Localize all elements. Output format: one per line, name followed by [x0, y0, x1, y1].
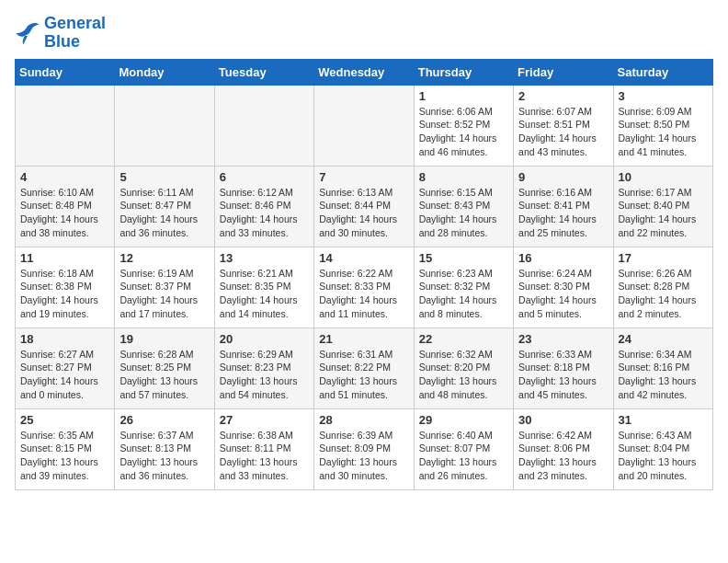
calendar-cell: 15Sunrise: 6:23 AM Sunset: 8:32 PM Dayli…: [414, 247, 513, 327]
calendar-cell: 2Sunrise: 6:07 AM Sunset: 8:51 PM Daylig…: [514, 85, 613, 166]
page-header: General Blue: [15, 15, 713, 52]
calendar-cell: 20Sunrise: 6:29 AM Sunset: 8:23 PM Dayli…: [214, 327, 313, 408]
calendar-cell: 6Sunrise: 6:12 AM Sunset: 8:46 PM Daylig…: [214, 166, 313, 247]
calendar-cell: 18Sunrise: 6:27 AM Sunset: 8:27 PM Dayli…: [16, 327, 115, 408]
calendar-table: SundayMondayTuesdayWednesdayThursdayFrid…: [15, 59, 713, 490]
day-info: Sunrise: 6:27 AM Sunset: 8:27 PM Dayligh…: [20, 348, 109, 402]
day-number: 15: [419, 251, 508, 265]
day-info: Sunrise: 6:28 AM Sunset: 8:25 PM Dayligh…: [119, 348, 209, 402]
calendar-cell: 27Sunrise: 6:38 AM Sunset: 8:11 PM Dayli…: [214, 408, 313, 489]
calendar-cell: 9Sunrise: 6:16 AM Sunset: 8:41 PM Daylig…: [514, 166, 613, 247]
header-saturday: Saturday: [613, 59, 712, 85]
day-info: Sunrise: 6:35 AM Sunset: 8:15 PM Dayligh…: [20, 429, 109, 483]
day-info: Sunrise: 6:16 AM Sunset: 8:41 PM Dayligh…: [518, 186, 608, 240]
day-number: 5: [119, 170, 209, 184]
logo: General Blue: [15, 15, 106, 52]
calendar-cell: 4Sunrise: 6:10 AM Sunset: 8:48 PM Daylig…: [16, 166, 115, 247]
day-info: Sunrise: 6:13 AM Sunset: 8:44 PM Dayligh…: [319, 186, 408, 240]
day-number: 8: [419, 170, 508, 184]
day-info: Sunrise: 6:09 AM Sunset: 8:50 PM Dayligh…: [619, 105, 708, 159]
day-number: 3: [619, 89, 708, 103]
calendar-cell: 5Sunrise: 6:11 AM Sunset: 8:47 PM Daylig…: [115, 166, 214, 247]
day-number: 26: [119, 413, 209, 427]
header-friday: Friday: [514, 59, 613, 85]
calendar-cell: 13Sunrise: 6:21 AM Sunset: 8:35 PM Dayli…: [214, 247, 313, 327]
day-number: 28: [319, 413, 408, 427]
calendar-week-row: 18Sunrise: 6:27 AM Sunset: 8:27 PM Dayli…: [16, 327, 713, 408]
calendar-cell: 10Sunrise: 6:17 AM Sunset: 8:40 PM Dayli…: [613, 166, 712, 247]
day-number: 1: [419, 89, 508, 103]
day-number: 25: [20, 413, 109, 427]
calendar-cell: 21Sunrise: 6:31 AM Sunset: 8:22 PM Dayli…: [314, 327, 414, 408]
calendar-cell: 3Sunrise: 6:09 AM Sunset: 8:50 PM Daylig…: [613, 85, 712, 166]
day-info: Sunrise: 6:23 AM Sunset: 8:32 PM Dayligh…: [419, 267, 508, 321]
day-info: Sunrise: 6:38 AM Sunset: 8:11 PM Dayligh…: [220, 429, 309, 483]
day-info: Sunrise: 6:22 AM Sunset: 8:33 PM Dayligh…: [319, 267, 408, 321]
day-info: Sunrise: 6:21 AM Sunset: 8:35 PM Dayligh…: [220, 267, 309, 321]
calendar-cell: 1Sunrise: 6:06 AM Sunset: 8:52 PM Daylig…: [414, 85, 513, 166]
header-tuesday: Tuesday: [214, 59, 313, 85]
day-info: Sunrise: 6:29 AM Sunset: 8:23 PM Dayligh…: [220, 348, 309, 402]
day-number: 6: [220, 170, 309, 184]
day-number: 29: [419, 413, 508, 427]
day-number: 13: [220, 251, 309, 265]
calendar-cell: 8Sunrise: 6:15 AM Sunset: 8:43 PM Daylig…: [414, 166, 513, 247]
day-info: Sunrise: 6:10 AM Sunset: 8:48 PM Dayligh…: [20, 186, 109, 240]
day-number: 17: [619, 251, 708, 265]
day-number: 23: [518, 332, 608, 346]
calendar-week-row: 4Sunrise: 6:10 AM Sunset: 8:48 PM Daylig…: [16, 166, 713, 247]
calendar-cell: 19Sunrise: 6:28 AM Sunset: 8:25 PM Dayli…: [115, 327, 214, 408]
day-info: Sunrise: 6:11 AM Sunset: 8:47 PM Dayligh…: [119, 186, 209, 240]
day-number: 14: [319, 251, 408, 265]
day-number: 7: [319, 170, 408, 184]
day-number: 18: [20, 332, 109, 346]
day-info: Sunrise: 6:32 AM Sunset: 8:20 PM Dayligh…: [419, 348, 508, 402]
calendar-week-row: 11Sunrise: 6:18 AM Sunset: 8:38 PM Dayli…: [16, 247, 713, 327]
calendar-cell: [314, 85, 414, 166]
calendar-cell: 14Sunrise: 6:22 AM Sunset: 8:33 PM Dayli…: [314, 247, 414, 327]
calendar-cell: 23Sunrise: 6:33 AM Sunset: 8:18 PM Dayli…: [514, 327, 613, 408]
day-info: Sunrise: 6:19 AM Sunset: 8:37 PM Dayligh…: [119, 267, 209, 321]
day-info: Sunrise: 6:18 AM Sunset: 8:38 PM Dayligh…: [20, 267, 109, 321]
day-number: 27: [220, 413, 309, 427]
day-info: Sunrise: 6:17 AM Sunset: 8:40 PM Dayligh…: [619, 186, 708, 240]
calendar-week-row: 1Sunrise: 6:06 AM Sunset: 8:52 PM Daylig…: [16, 85, 713, 166]
calendar-header-row: SundayMondayTuesdayWednesdayThursdayFrid…: [16, 59, 713, 85]
day-info: Sunrise: 6:37 AM Sunset: 8:13 PM Dayligh…: [119, 429, 209, 483]
calendar-cell: 16Sunrise: 6:24 AM Sunset: 8:30 PM Dayli…: [514, 247, 613, 327]
day-info: Sunrise: 6:42 AM Sunset: 8:06 PM Dayligh…: [518, 429, 608, 483]
calendar-cell: 22Sunrise: 6:32 AM Sunset: 8:20 PM Dayli…: [414, 327, 513, 408]
day-info: Sunrise: 6:39 AM Sunset: 8:09 PM Dayligh…: [319, 429, 408, 483]
logo-text: General Blue: [44, 15, 106, 52]
day-info: Sunrise: 6:12 AM Sunset: 8:46 PM Dayligh…: [220, 186, 309, 240]
day-info: Sunrise: 6:40 AM Sunset: 8:07 PM Dayligh…: [419, 429, 508, 483]
day-number: 12: [119, 251, 209, 265]
calendar-cell: 24Sunrise: 6:34 AM Sunset: 8:16 PM Dayli…: [613, 327, 712, 408]
day-info: Sunrise: 6:26 AM Sunset: 8:28 PM Dayligh…: [619, 267, 708, 321]
calendar-cell: 29Sunrise: 6:40 AM Sunset: 8:07 PM Dayli…: [414, 408, 513, 489]
day-number: 19: [119, 332, 209, 346]
day-info: Sunrise: 6:07 AM Sunset: 8:51 PM Dayligh…: [518, 105, 608, 159]
calendar-cell: 17Sunrise: 6:26 AM Sunset: 8:28 PM Dayli…: [613, 247, 712, 327]
day-info: Sunrise: 6:31 AM Sunset: 8:22 PM Dayligh…: [319, 348, 408, 402]
day-info: Sunrise: 6:15 AM Sunset: 8:43 PM Dayligh…: [419, 186, 508, 240]
day-number: 9: [518, 170, 608, 184]
day-number: 20: [220, 332, 309, 346]
day-info: Sunrise: 6:06 AM Sunset: 8:52 PM Dayligh…: [419, 105, 508, 159]
day-info: Sunrise: 6:24 AM Sunset: 8:30 PM Dayligh…: [518, 267, 608, 321]
calendar-cell: [214, 85, 313, 166]
calendar-cell: 28Sunrise: 6:39 AM Sunset: 8:09 PM Dayli…: [314, 408, 414, 489]
calendar-cell: 12Sunrise: 6:19 AM Sunset: 8:37 PM Dayli…: [115, 247, 214, 327]
calendar-cell: 31Sunrise: 6:43 AM Sunset: 8:04 PM Dayli…: [613, 408, 712, 489]
day-number: 11: [20, 251, 109, 265]
calendar-cell: [115, 85, 214, 166]
day-number: 4: [20, 170, 109, 184]
day-info: Sunrise: 6:43 AM Sunset: 8:04 PM Dayligh…: [619, 429, 708, 483]
day-number: 16: [518, 251, 608, 265]
calendar-cell: 30Sunrise: 6:42 AM Sunset: 8:06 PM Dayli…: [514, 408, 613, 489]
header-sunday: Sunday: [16, 59, 115, 85]
calendar-cell: 11Sunrise: 6:18 AM Sunset: 8:38 PM Dayli…: [16, 247, 115, 327]
calendar-cell: 7Sunrise: 6:13 AM Sunset: 8:44 PM Daylig…: [314, 166, 414, 247]
day-number: 21: [319, 332, 408, 346]
calendar-cell: [16, 85, 115, 166]
